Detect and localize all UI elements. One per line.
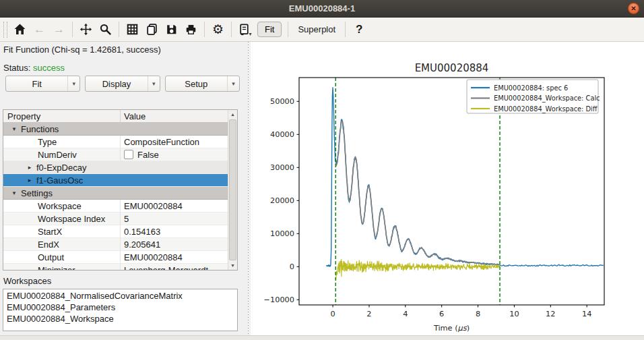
fit-panel-header: Fit Function (Chi-sq = 1.42681, success) bbox=[3, 45, 161, 55]
button-label: Setup bbox=[166, 76, 227, 91]
property-value[interactable]: CompositeFunction bbox=[120, 136, 228, 148]
property-value[interactable]: 9.205641 bbox=[120, 238, 228, 250]
property-name: NumDeriv bbox=[3, 148, 120, 161]
zoom-button[interactable] bbox=[96, 20, 115, 39]
property-value[interactable]: False bbox=[120, 148, 228, 161]
function-row-f1-gausosc[interactable]: ▸f1-GausOsc bbox=[3, 174, 228, 187]
y-tick-label: 0 bbox=[290, 262, 294, 271]
property-value[interactable]: EMU00020884 bbox=[120, 200, 228, 212]
x-tick-label: 12 bbox=[546, 310, 555, 318]
column-header-value: Value bbox=[120, 110, 228, 122]
status-value: success bbox=[33, 63, 65, 73]
collapse-icon[interactable]: ▾ bbox=[9, 190, 19, 196]
y-tick-label: 10000 bbox=[270, 229, 294, 238]
generate-script-button[interactable]: ▾ bbox=[235, 20, 255, 39]
numderiv-checkbox[interactable] bbox=[124, 150, 133, 159]
function-row-f0-expdecay[interactable]: ▸f0-ExpDecay bbox=[3, 161, 228, 174]
legend-label: EMU00020884_Workspace: Calc bbox=[494, 94, 600, 103]
home-icon bbox=[13, 23, 26, 36]
chevron-down-icon: ▾ bbox=[148, 76, 160, 91]
expand-icon[interactable]: ▸ bbox=[25, 164, 34, 171]
gear-icon: ⚙ bbox=[212, 23, 224, 36]
legend-label: EMU00020884: spec 6 bbox=[494, 84, 568, 92]
pan-button[interactable] bbox=[76, 20, 96, 39]
button-label: Fit bbox=[6, 76, 67, 91]
workspace-list-item[interactable]: EMU00020884_NormalisedCovarianceMatrix bbox=[3, 290, 237, 302]
property-row-workspace-index[interactable]: Workspace Index5 bbox=[3, 213, 228, 225]
property-row-type[interactable]: TypeCompositeFunction bbox=[3, 136, 228, 148]
superplot-button[interactable]: Superplot bbox=[292, 22, 342, 36]
close-icon: ✕ bbox=[631, 5, 636, 12]
property-name: Workspace bbox=[3, 200, 120, 212]
print-button[interactable] bbox=[181, 20, 201, 39]
property-name: Workspace Index bbox=[3, 213, 120, 225]
plot-panel[interactable]: EMU0002088402468101214−10000010000200003… bbox=[251, 42, 644, 335]
property-value[interactable]: Levenberg-Marquardt bbox=[120, 264, 228, 270]
y-tick-label: 20000 bbox=[270, 196, 294, 205]
table-scrollbar[interactable]: ▲ ▼ bbox=[228, 110, 237, 270]
property-row-output[interactable]: OutputEMU00020884 bbox=[3, 251, 228, 264]
expand-icon[interactable]: ▸ bbox=[25, 177, 34, 183]
plot-toolbar: ← → bbox=[0, 18, 644, 42]
scroll-down-icon[interactable]: ▼ bbox=[228, 261, 237, 270]
property-table-body: Property Value ▾FunctionsTypeCompositeFu… bbox=[3, 110, 228, 270]
property-value[interactable]: 5 bbox=[120, 213, 228, 225]
toolbar-separator bbox=[204, 22, 205, 37]
panel-splitter[interactable] bbox=[247, 42, 250, 335]
property-name: Output bbox=[3, 251, 120, 263]
property-row-numderiv[interactable]: NumDerivFalse bbox=[3, 148, 228, 161]
x-tick-label: 2 bbox=[366, 310, 371, 318]
back-button[interactable]: ← bbox=[30, 20, 49, 39]
collapse-icon[interactable]: ▾ bbox=[9, 125, 19, 132]
window-title: EMU00020884-1 bbox=[289, 3, 355, 13]
workspaces-list: EMU00020884_NormalisedCovarianceMatrixEM… bbox=[3, 289, 238, 331]
fit-toolbar-button[interactable]: Fit bbox=[257, 22, 282, 37]
subplots-button[interactable] bbox=[123, 20, 142, 39]
copy-button[interactable] bbox=[142, 20, 162, 39]
toolbar-separator bbox=[288, 22, 288, 37]
status-label: Status: bbox=[3, 63, 30, 73]
home-button[interactable] bbox=[10, 20, 30, 39]
y-tick-label: 50000 bbox=[270, 97, 294, 106]
x-tick-label: 8 bbox=[476, 310, 480, 318]
property-row-endx[interactable]: EndX9.205641 bbox=[3, 238, 228, 251]
fit-function-panel: Fit Function (Chi-sq = 1.42681, success)… bbox=[0, 42, 251, 335]
toolbar-separator bbox=[231, 22, 232, 37]
property-row-startx[interactable]: StartX0.154163 bbox=[3, 225, 228, 238]
property-name: Type bbox=[3, 136, 120, 148]
window-bottom-strip bbox=[0, 335, 644, 340]
zoom-icon bbox=[99, 23, 112, 36]
y-tick-label: 40000 bbox=[270, 130, 294, 139]
property-value[interactable]: 0.154163 bbox=[120, 225, 228, 237]
property-table-header: Property Value bbox=[3, 110, 228, 123]
toolbar-separator bbox=[345, 22, 346, 37]
y-tick-label: −10000 bbox=[264, 295, 294, 304]
scrollbar-thumb[interactable] bbox=[229, 119, 236, 260]
toolbar-grip[interactable] bbox=[3, 22, 7, 38]
save-button[interactable] bbox=[162, 20, 181, 39]
close-button[interactable]: ✕ bbox=[628, 3, 639, 14]
legend-label: EMU00020884_Workspace: Diff bbox=[494, 105, 598, 113]
save-icon bbox=[165, 23, 178, 36]
fit-menu-buttons: Fit▾Display▾Setup▾ bbox=[5, 76, 240, 92]
workspace-list-item[interactable]: EMU00020884_Parameters bbox=[3, 302, 237, 313]
fit-dropdown-button[interactable]: Fit▾ bbox=[5, 76, 80, 92]
property-row-workspace[interactable]: WorkspaceEMU00020884 bbox=[3, 200, 228, 213]
scroll-up-icon[interactable]: ▲ bbox=[228, 110, 237, 119]
chart-svg[interactable]: EMU0002088402468101214−10000010000200003… bbox=[251, 42, 644, 335]
group-row-functions[interactable]: ▾Functions bbox=[3, 123, 228, 136]
forward-button[interactable]: → bbox=[49, 20, 69, 39]
display-dropdown-button[interactable]: Display▾ bbox=[85, 76, 160, 92]
chevron-down-icon: ▾ bbox=[67, 76, 79, 91]
property-row-minimizer[interactable]: MinimizerLevenberg-Marquardt bbox=[3, 264, 228, 270]
window-titlebar: EMU00020884-1 ✕ bbox=[0, 0, 644, 18]
setup-dropdown-button[interactable]: Setup▾ bbox=[165, 76, 240, 92]
workspace-list-item[interactable]: EMU00020884_Workspace bbox=[3, 313, 237, 324]
print-icon bbox=[185, 23, 197, 36]
customize-button[interactable]: ⚙ bbox=[208, 20, 228, 39]
group-row-settings[interactable]: ▾Settings bbox=[3, 187, 228, 200]
x-tick-label: 14 bbox=[582, 310, 591, 318]
property-value[interactable]: EMU00020884 bbox=[120, 251, 228, 263]
help-button[interactable]: ? bbox=[349, 23, 369, 36]
property-name: StartX bbox=[3, 225, 120, 237]
